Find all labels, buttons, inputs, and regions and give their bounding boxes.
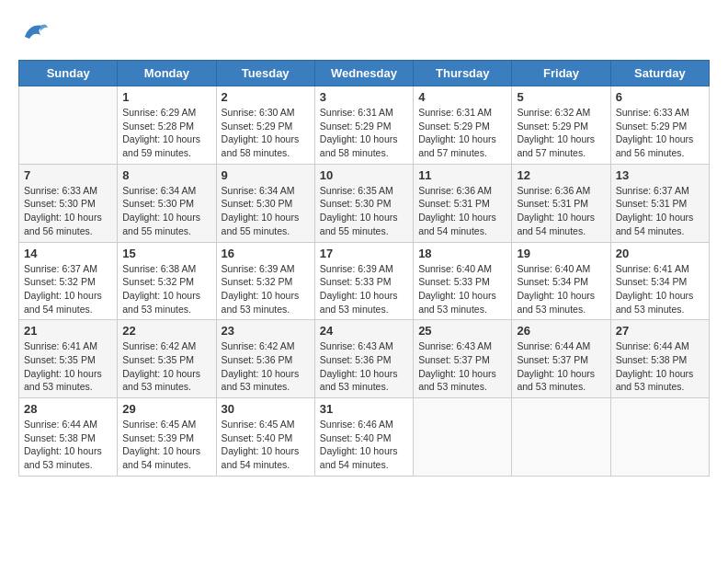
calendar-cell: 2Sunrise: 6:30 AM Sunset: 5:29 PM Daylig… xyxy=(216,86,314,165)
day-info: Sunrise: 6:35 AM Sunset: 5:30 PM Dayligh… xyxy=(320,184,408,238)
calendar-cell: 1Sunrise: 6:29 AM Sunset: 5:28 PM Daylig… xyxy=(118,86,216,165)
day-number: 22 xyxy=(122,324,210,338)
day-number: 9 xyxy=(222,168,310,182)
calendar-cell: 26Sunrise: 6:44 AM Sunset: 5:37 PM Dayli… xyxy=(512,320,610,398)
calendar-cell: 16Sunrise: 6:39 AM Sunset: 5:32 PM Dayli… xyxy=(216,242,314,320)
calendar-cell xyxy=(610,398,709,477)
day-info: Sunrise: 6:36 AM Sunset: 5:31 PM Dayligh… xyxy=(517,184,605,238)
calendar-week-1: 1Sunrise: 6:29 AM Sunset: 5:28 PM Daylig… xyxy=(19,86,710,165)
calendar-cell: 19Sunrise: 6:40 AM Sunset: 5:34 PM Dayli… xyxy=(512,242,610,320)
day-number: 14 xyxy=(24,247,112,260)
calendar-cell: 29Sunrise: 6:45 AM Sunset: 5:39 PM Dayli… xyxy=(118,398,216,477)
calendar-cell: 21Sunrise: 6:41 AM Sunset: 5:35 PM Dayli… xyxy=(19,320,118,398)
day-number: 8 xyxy=(122,168,210,182)
calendar-cell: 5Sunrise: 6:32 AM Sunset: 5:29 PM Daylig… xyxy=(512,86,610,165)
day-info: Sunrise: 6:32 AM Sunset: 5:29 PM Dayligh… xyxy=(517,106,605,160)
day-number: 16 xyxy=(222,247,310,260)
day-number: 21 xyxy=(24,324,112,338)
calendar-cell: 17Sunrise: 6:39 AM Sunset: 5:33 PM Dayli… xyxy=(314,242,413,320)
calendar-week-2: 7Sunrise: 6:33 AM Sunset: 5:30 PM Daylig… xyxy=(19,164,710,242)
day-info: Sunrise: 6:37 AM Sunset: 5:32 PM Dayligh… xyxy=(24,262,112,316)
calendar-cell: 12Sunrise: 6:36 AM Sunset: 5:31 PM Dayli… xyxy=(512,164,610,242)
calendar-cell: 22Sunrise: 6:42 AM Sunset: 5:35 PM Dayli… xyxy=(118,320,216,398)
day-number: 25 xyxy=(418,324,506,338)
day-info: Sunrise: 6:41 AM Sunset: 5:35 PM Dayligh… xyxy=(24,339,112,394)
day-info: Sunrise: 6:31 AM Sunset: 5:29 PM Dayligh… xyxy=(418,106,506,160)
calendar-cell: 24Sunrise: 6:43 AM Sunset: 5:36 PM Dayli… xyxy=(314,320,413,398)
day-info: Sunrise: 6:43 AM Sunset: 5:37 PM Dayligh… xyxy=(418,339,506,394)
day-info: Sunrise: 6:41 AM Sunset: 5:34 PM Dayligh… xyxy=(616,262,704,316)
day-info: Sunrise: 6:44 AM Sunset: 5:38 PM Dayligh… xyxy=(616,339,704,394)
calendar-cell xyxy=(19,86,118,165)
calendar-cell: 23Sunrise: 6:42 AM Sunset: 5:36 PM Dayli… xyxy=(216,320,314,398)
day-number: 18 xyxy=(418,247,506,260)
day-info: Sunrise: 6:42 AM Sunset: 5:36 PM Dayligh… xyxy=(222,339,310,394)
calendar-cell: 31Sunrise: 6:46 AM Sunset: 5:40 PM Dayli… xyxy=(314,398,413,477)
logo-bird-icon xyxy=(20,18,48,46)
day-number: 13 xyxy=(616,168,704,182)
calendar-header: SundayMondayTuesdayWednesdayThursdayFrid… xyxy=(19,61,710,86)
day-number: 19 xyxy=(517,247,605,260)
calendar-week-3: 14Sunrise: 6:37 AM Sunset: 5:32 PM Dayli… xyxy=(19,242,710,320)
day-info: Sunrise: 6:38 AM Sunset: 5:32 PM Dayligh… xyxy=(122,262,210,316)
day-number: 28 xyxy=(24,402,112,416)
calendar-cell: 27Sunrise: 6:44 AM Sunset: 5:38 PM Dayli… xyxy=(610,320,709,398)
logo xyxy=(18,18,48,51)
day-number: 29 xyxy=(122,402,210,416)
calendar-cell: 4Sunrise: 6:31 AM Sunset: 5:29 PM Daylig… xyxy=(414,86,512,165)
day-info: Sunrise: 6:31 AM Sunset: 5:29 PM Dayligh… xyxy=(320,106,408,160)
day-number: 12 xyxy=(517,168,605,182)
calendar-cell: 7Sunrise: 6:33 AM Sunset: 5:30 PM Daylig… xyxy=(19,164,118,242)
day-number: 5 xyxy=(517,90,605,104)
day-number: 31 xyxy=(320,402,408,416)
day-info: Sunrise: 6:30 AM Sunset: 5:29 PM Dayligh… xyxy=(222,106,310,160)
day-info: Sunrise: 6:33 AM Sunset: 5:30 PM Dayligh… xyxy=(24,184,112,238)
weekday-header-friday: Friday xyxy=(512,61,610,86)
page-header xyxy=(18,18,710,51)
day-number: 6 xyxy=(616,90,704,104)
calendar-week-4: 21Sunrise: 6:41 AM Sunset: 5:35 PM Dayli… xyxy=(19,320,710,398)
day-info: Sunrise: 6:34 AM Sunset: 5:30 PM Dayligh… xyxy=(222,184,310,238)
calendar-cell: 14Sunrise: 6:37 AM Sunset: 5:32 PM Dayli… xyxy=(19,242,118,320)
day-number: 10 xyxy=(320,168,408,182)
day-number: 23 xyxy=(222,324,310,338)
day-info: Sunrise: 6:37 AM Sunset: 5:31 PM Dayligh… xyxy=(616,184,704,238)
weekday-header-tuesday: Tuesday xyxy=(216,61,314,86)
calendar-table: SundayMondayTuesdayWednesdayThursdayFrid… xyxy=(18,60,710,477)
day-info: Sunrise: 6:29 AM Sunset: 5:28 PM Dayligh… xyxy=(122,106,210,160)
calendar-cell: 10Sunrise: 6:35 AM Sunset: 5:30 PM Dayli… xyxy=(314,164,413,242)
day-info: Sunrise: 6:40 AM Sunset: 5:34 PM Dayligh… xyxy=(517,262,605,316)
weekday-header-sunday: Sunday xyxy=(19,61,118,86)
day-number: 27 xyxy=(616,324,704,338)
day-number: 24 xyxy=(320,324,408,338)
day-number: 4 xyxy=(418,90,506,104)
day-number: 26 xyxy=(517,324,605,338)
calendar-cell: 20Sunrise: 6:41 AM Sunset: 5:34 PM Dayli… xyxy=(610,242,709,320)
calendar-cell: 30Sunrise: 6:45 AM Sunset: 5:40 PM Dayli… xyxy=(216,398,314,477)
day-info: Sunrise: 6:46 AM Sunset: 5:40 PM Dayligh… xyxy=(320,418,408,472)
day-number: 30 xyxy=(222,402,310,416)
day-number: 11 xyxy=(418,168,506,182)
day-number: 15 xyxy=(122,247,210,260)
day-info: Sunrise: 6:44 AM Sunset: 5:38 PM Dayligh… xyxy=(24,418,112,472)
weekday-header-saturday: Saturday xyxy=(610,61,709,86)
logo-text xyxy=(18,18,48,51)
day-info: Sunrise: 6:36 AM Sunset: 5:31 PM Dayligh… xyxy=(418,184,506,238)
calendar-cell: 8Sunrise: 6:34 AM Sunset: 5:30 PM Daylig… xyxy=(118,164,216,242)
calendar-cell: 11Sunrise: 6:36 AM Sunset: 5:31 PM Dayli… xyxy=(414,164,512,242)
day-number: 17 xyxy=(320,247,408,260)
calendar-cell: 6Sunrise: 6:33 AM Sunset: 5:29 PM Daylig… xyxy=(610,86,709,165)
calendar-body: 1Sunrise: 6:29 AM Sunset: 5:28 PM Daylig… xyxy=(19,86,710,477)
calendar-cell xyxy=(414,398,512,477)
day-number: 7 xyxy=(24,168,112,182)
calendar-cell: 3Sunrise: 6:31 AM Sunset: 5:29 PM Daylig… xyxy=(314,86,413,165)
weekday-header-monday: Monday xyxy=(118,61,216,86)
calendar-cell: 13Sunrise: 6:37 AM Sunset: 5:31 PM Dayli… xyxy=(610,164,709,242)
day-info: Sunrise: 6:43 AM Sunset: 5:36 PM Dayligh… xyxy=(320,339,408,394)
day-info: Sunrise: 6:45 AM Sunset: 5:39 PM Dayligh… xyxy=(122,418,210,472)
calendar-cell xyxy=(512,398,610,477)
day-number: 2 xyxy=(222,90,310,104)
calendar-cell: 28Sunrise: 6:44 AM Sunset: 5:38 PM Dayli… xyxy=(19,398,118,477)
day-info: Sunrise: 6:45 AM Sunset: 5:40 PM Dayligh… xyxy=(222,418,310,472)
day-info: Sunrise: 6:39 AM Sunset: 5:33 PM Dayligh… xyxy=(320,262,408,316)
